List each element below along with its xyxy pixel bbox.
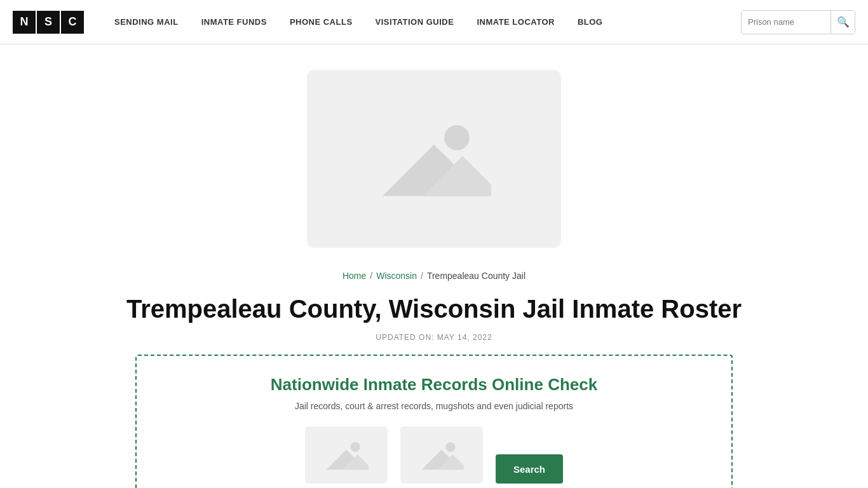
records-search-button[interactable]: Search	[496, 454, 563, 484]
main-nav: SENDING MAIL INMATE FUNDS PHONE CALLS VI…	[103, 17, 741, 27]
mini-placeholder-icon-2	[419, 438, 464, 473]
records-mini-image-1	[305, 426, 388, 484]
prison-search-box[interactable]: 🔍	[741, 10, 855, 34]
breadcrumb: Home / Wisconsin / Trempealeau County Ja…	[0, 271, 868, 281]
breadcrumb-sep-1: /	[370, 271, 372, 281]
breadcrumb-home[interactable]: Home	[342, 271, 366, 281]
page-title: Trempealeau County, Wisconsin Jail Inmat…	[13, 294, 855, 324]
breadcrumb-sep-2: /	[421, 271, 423, 281]
updated-date: UPDATED ON: MAY 14, 2022	[0, 333, 868, 342]
page-title-section: Trempealeau County, Wisconsin Jail Inmat…	[0, 287, 868, 327]
records-card-title: Nationwide Inmate Records Online Check	[162, 375, 706, 395]
site-logo[interactable]: N S C	[13, 11, 84, 34]
breadcrumb-state[interactable]: Wisconsin	[376, 271, 417, 281]
nav-inmate-funds[interactable]: INMATE FUNDS	[190, 17, 278, 27]
svg-point-6	[445, 442, 455, 451]
records-card-description: Jail records, court & arrest records, mu…	[162, 401, 706, 411]
hero-image-section	[0, 44, 868, 261]
breadcrumb-current: Trempealeau County Jail	[427, 271, 526, 281]
records-card-bottom: Search	[162, 426, 706, 484]
prison-search-input[interactable]	[742, 11, 831, 34]
nav-visitation-guide[interactable]: VISITATION GUIDE	[364, 17, 466, 27]
site-header: N S C SENDING MAIL INMATE FUNDS PHONE CA…	[0, 0, 868, 44]
search-icon: 🔍	[837, 16, 850, 28]
logo-letter-s: S	[37, 11, 60, 34]
nav-blog[interactable]: BLOG	[566, 17, 614, 27]
search-button[interactable]: 🔍	[831, 11, 855, 34]
mini-placeholder-icon-1	[324, 438, 369, 473]
nav-phone-calls[interactable]: PHONE CALLS	[278, 17, 364, 27]
nav-inmate-locator[interactable]: INMATE LOCATOR	[465, 17, 566, 27]
logo-letter-c: C	[61, 11, 84, 34]
records-mini-image-2	[400, 426, 483, 484]
svg-point-3	[350, 442, 360, 451]
records-card: Nationwide Inmate Records Online Check J…	[135, 355, 733, 488]
logo-letter-n: N	[13, 11, 36, 34]
svg-point-0	[444, 125, 470, 151]
image-placeholder-icon	[377, 114, 491, 203]
hero-placeholder-image	[307, 70, 561, 248]
nav-sending-mail[interactable]: SENDING MAIL	[103, 17, 190, 27]
